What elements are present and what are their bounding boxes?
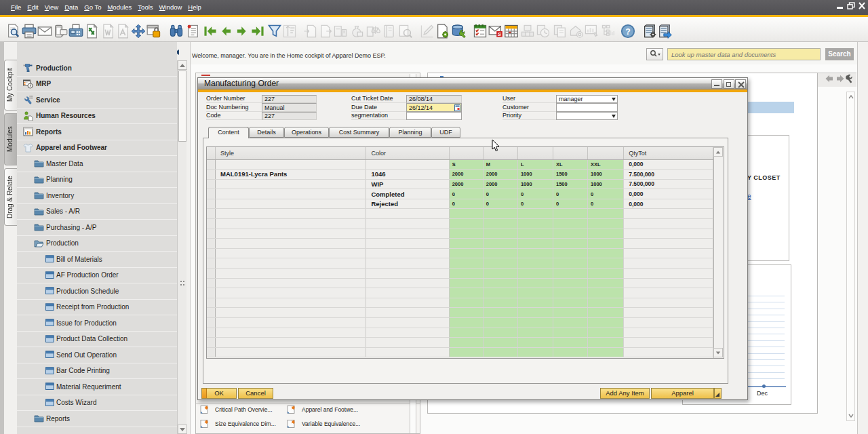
grid-cell-green[interactable] xyxy=(588,229,624,239)
toolbar-export-excel-icon[interactable] xyxy=(84,24,99,39)
grid-scroll-up-icon[interactable] xyxy=(713,147,723,157)
toolbar-lock-screen-icon[interactable] xyxy=(146,24,161,39)
grid-cell-green[interactable] xyxy=(588,328,624,338)
grid-cell-green[interactable] xyxy=(483,229,517,239)
grid-cell-green[interactable] xyxy=(588,209,624,219)
grid-cell-qty[interactable] xyxy=(624,269,713,279)
toolbar-money-sack-icon[interactable] xyxy=(349,24,364,39)
sidebar-item-service[interactable]: Service xyxy=(17,92,177,108)
grid-cell-green[interactable] xyxy=(588,298,624,308)
grid-cell[interactable] xyxy=(216,269,366,279)
grid-cell[interactable] xyxy=(366,239,449,249)
grid-cell-green[interactable]: 1000 xyxy=(588,170,624,180)
grid-cell-num[interactable] xyxy=(207,239,216,249)
grid-cell[interactable] xyxy=(366,209,449,219)
grid-cell-qty[interactable] xyxy=(624,338,713,348)
grid-row[interactable] xyxy=(207,318,713,328)
grid-cell-green[interactable] xyxy=(483,269,517,279)
grid-cell-qty[interactable]: 0,000 xyxy=(624,189,713,199)
grid-cell-num[interactable] xyxy=(207,288,216,298)
grid-cell-green[interactable]: 1500 xyxy=(553,179,587,189)
grid-cell-green[interactable] xyxy=(553,269,587,279)
toolbar-copy-pages-icon[interactable] xyxy=(553,24,568,39)
grid-cell-qty[interactable] xyxy=(624,258,713,269)
grid-cell-num[interactable] xyxy=(207,219,216,229)
grid-cell[interactable] xyxy=(366,248,449,258)
grid-cell[interactable] xyxy=(216,239,366,249)
grid-cell-green[interactable] xyxy=(449,278,483,288)
sidebar-item-apparel-and-footwear[interactable]: Apparel and Footwear xyxy=(17,140,177,157)
toolbar-sort-icon[interactable] xyxy=(282,24,297,39)
grid-cell-green[interactable] xyxy=(553,278,587,288)
grid-cell-green[interactable] xyxy=(449,288,483,298)
grid-cell-green[interactable] xyxy=(517,209,553,219)
grid-cell-green[interactable] xyxy=(449,308,483,318)
grid-cell-green[interactable] xyxy=(483,239,517,249)
grid-row[interactable] xyxy=(207,239,713,249)
toolbar-matrix-settings-icon[interactable] xyxy=(642,24,657,39)
grid-cell[interactable] xyxy=(216,338,366,348)
grid-cell-green[interactable]: 0 xyxy=(517,189,553,199)
ok-button[interactable]: OK xyxy=(201,388,237,399)
add-any-item-button[interactable]: Add Any Item xyxy=(600,388,650,399)
grid-row[interactable]: Completed000000,000 xyxy=(207,189,713,199)
grid-cell-green[interactable] xyxy=(483,288,517,298)
menu-item[interactable]: Tools xyxy=(135,0,156,15)
due-date-field[interactable]: 26/12/14 xyxy=(406,103,462,112)
grid-cell-bold[interactable]: 1046 xyxy=(366,170,449,180)
grid-cell-green[interactable]: 1500 xyxy=(553,170,587,180)
grid-cell[interactable] xyxy=(366,308,449,318)
grid-cell-green[interactable] xyxy=(449,318,483,328)
dialog-close-icon[interactable] xyxy=(735,79,746,89)
grid-cell-green[interactable]: L xyxy=(517,159,553,170)
toolbar-workstation-icon[interactable] xyxy=(520,24,535,39)
grid-cell-green[interactable] xyxy=(483,298,517,308)
grid-cell-qty[interactable] xyxy=(624,347,713,357)
sidebar-item-costs-wizard[interactable]: Costs Wizard xyxy=(17,395,177,412)
grid-cell-green[interactable] xyxy=(553,239,587,249)
grid-cell-green[interactable] xyxy=(483,338,517,348)
menu-item[interactable]: Data xyxy=(62,0,81,15)
sidebar-item-production[interactable]: Production xyxy=(17,236,177,252)
toolbar-print-preview-icon[interactable] xyxy=(6,24,21,39)
toolbar-first-record-icon[interactable] xyxy=(203,24,218,39)
tab-udf[interactable]: UDF xyxy=(431,127,460,138)
toolbar-filter-icon[interactable] xyxy=(267,24,282,39)
toolbar-email-icon[interactable] xyxy=(37,24,52,39)
grid-cell-green[interactable]: 1000 xyxy=(517,170,553,180)
grid-cell-num[interactable] xyxy=(207,258,216,269)
apparel-button[interactable]: Apparel xyxy=(651,388,714,399)
sidebar-item-issue-for-production[interactable]: Issue for Production xyxy=(17,315,177,332)
grid-row[interactable]: Rejected000000,000 xyxy=(207,199,713,209)
shortcut-item-variable-equivalence[interactable]: Variable Equivalence... xyxy=(287,419,360,428)
priority-dropdown[interactable] xyxy=(556,112,618,121)
grid-cell-num[interactable] xyxy=(207,347,216,357)
grid-row[interactable] xyxy=(207,229,713,239)
grid-cell-green[interactable] xyxy=(588,248,624,258)
grid-cell-qty[interactable] xyxy=(624,318,713,328)
calendar-picker-icon[interactable] xyxy=(454,104,460,111)
grid-cell-num[interactable] xyxy=(207,209,216,219)
minimize-icon[interactable] xyxy=(836,2,844,9)
grid-cell-green[interactable]: 0 xyxy=(553,199,587,209)
grid-cell-green[interactable] xyxy=(588,239,624,249)
grid-cell-green[interactable]: 0 xyxy=(449,189,483,199)
grid-cell-green[interactable] xyxy=(483,328,517,338)
grid-cell-green[interactable] xyxy=(553,229,587,239)
toolbar-next-record-icon[interactable] xyxy=(235,24,250,39)
grid-cell-green[interactable] xyxy=(517,318,553,328)
grid-cell[interactable] xyxy=(216,288,366,298)
toolbar-report-building-icon[interactable] xyxy=(333,24,348,39)
shortcut-item-size-equivalence-dim[interactable]: Size Equivalence Dim... xyxy=(200,419,276,428)
dialog-minimize-icon[interactable] xyxy=(711,79,722,89)
grid-cell-num[interactable] xyxy=(207,179,216,189)
grid-cell-green[interactable] xyxy=(553,248,587,258)
grid-cell-green[interactable] xyxy=(483,248,517,258)
grid-row[interactable] xyxy=(207,219,713,229)
tab-modules[interactable]: Modules xyxy=(4,113,17,165)
menu-item[interactable]: View xyxy=(41,0,61,15)
grid-cell-green[interactable] xyxy=(483,278,517,288)
toolbar-export-word-icon[interactable] xyxy=(100,24,115,39)
grid-cell-green[interactable]: 0 xyxy=(588,189,624,199)
main-scrollbar[interactable] xyxy=(846,92,855,421)
